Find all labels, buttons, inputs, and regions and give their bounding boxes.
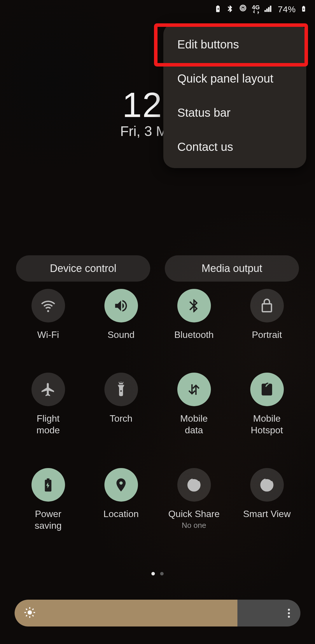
battery-saver-icon bbox=[214, 4, 222, 14]
pagination-dots[interactable] bbox=[0, 572, 315, 575]
battery-icon bbox=[300, 4, 307, 15]
tile-torch[interactable]: Torch bbox=[85, 373, 158, 436]
tile-mobilehotspot[interactable]: Mobile Hotspot bbox=[230, 373, 303, 436]
tile-quickshare[interactable]: Quick Share No one bbox=[158, 468, 230, 531]
menu-item-contact-us[interactable]: Contact us bbox=[163, 130, 306, 164]
smartview-icon bbox=[250, 468, 284, 502]
menu-item-quick-panel-layout[interactable]: Quick panel layout bbox=[163, 62, 306, 96]
tile-label: Mobile data bbox=[180, 413, 208, 436]
tile-label: Bluetooth bbox=[174, 329, 214, 341]
svg-line-11 bbox=[26, 609, 27, 610]
network-type-label: 4G bbox=[252, 5, 260, 14]
overflow-menu: Edit buttons Quick panel layout Status b… bbox=[163, 23, 306, 168]
tile-portrait[interactable]: Portrait bbox=[230, 289, 303, 341]
tile-label: Torch bbox=[110, 413, 132, 424]
hotspot-icon bbox=[250, 373, 284, 406]
more-icon bbox=[288, 607, 290, 619]
bluetooth-icon bbox=[226, 4, 234, 14]
menu-item-status-bar[interactable]: Status bar bbox=[163, 96, 306, 130]
lock-icon bbox=[250, 289, 284, 322]
torch-icon bbox=[104, 373, 138, 406]
bluetooth-icon bbox=[177, 289, 211, 322]
battery-percentage: 74% bbox=[278, 4, 296, 14]
brightness-more-button[interactable] bbox=[288, 600, 290, 626]
brightness-fill bbox=[15, 600, 237, 626]
brightness-icon bbox=[23, 606, 36, 620]
tile-label: Smart View bbox=[243, 508, 290, 520]
sound-icon bbox=[104, 289, 138, 322]
status-bar: 4G 74% bbox=[0, 0, 315, 19]
tile-sound[interactable]: Sound bbox=[85, 289, 158, 341]
svg-line-13 bbox=[26, 615, 27, 616]
media-output-label: Media output bbox=[202, 262, 262, 275]
tile-label: Portrait bbox=[252, 329, 282, 341]
media-output-button[interactable]: Media output bbox=[165, 255, 299, 282]
tile-mobiledata[interactable]: Mobile data bbox=[158, 373, 230, 436]
menu-item-edit-buttons[interactable]: Edit buttons bbox=[163, 27, 306, 62]
tile-bluetooth[interactable]: Bluetooth bbox=[158, 289, 230, 341]
page-dot-2[interactable] bbox=[160, 572, 164, 575]
svg-line-12 bbox=[32, 615, 34, 616]
tile-label: Wi-Fi bbox=[37, 329, 59, 341]
hotspot-status-icon bbox=[239, 4, 247, 14]
svg-point-1 bbox=[120, 382, 121, 383]
signal-icon bbox=[264, 5, 273, 14]
tile-label: Flight mode bbox=[36, 413, 60, 436]
tile-location[interactable]: Location bbox=[85, 468, 158, 531]
tile-label: Sound bbox=[108, 329, 135, 341]
location-icon bbox=[104, 468, 138, 502]
svg-line-14 bbox=[32, 609, 34, 610]
tile-label: Location bbox=[104, 508, 139, 520]
tile-wifi[interactable]: Wi-Fi bbox=[12, 289, 85, 341]
tile-sublabel: No one bbox=[182, 521, 206, 530]
tile-label: Quick Share bbox=[168, 508, 220, 520]
power-icon bbox=[32, 468, 65, 502]
tile-smartview[interactable]: Smart View bbox=[230, 468, 303, 531]
tile-label: Power saving bbox=[35, 508, 62, 531]
device-control-button[interactable]: Device control bbox=[16, 255, 150, 282]
tile-powersaving[interactable]: Power saving bbox=[12, 468, 85, 531]
quickshare-icon bbox=[177, 468, 211, 502]
page-dot-1[interactable] bbox=[151, 572, 155, 575]
quick-settings-grid: Wi-Fi Sound Bluetooth Portrait Flight mo… bbox=[12, 289, 303, 531]
brightness-slider[interactable] bbox=[15, 600, 300, 626]
wifi-icon bbox=[32, 289, 65, 322]
data-icon bbox=[177, 373, 211, 406]
airplane-icon bbox=[32, 373, 65, 406]
svg-rect-3 bbox=[264, 385, 270, 394]
svg-point-2 bbox=[123, 382, 123, 383]
tile-label: Mobile Hotspot bbox=[251, 413, 283, 436]
tile-flightmode[interactable]: Flight mode bbox=[12, 373, 85, 436]
svg-point-6 bbox=[28, 610, 32, 615]
svg-point-0 bbox=[119, 382, 120, 383]
device-control-label: Device control bbox=[50, 262, 116, 275]
